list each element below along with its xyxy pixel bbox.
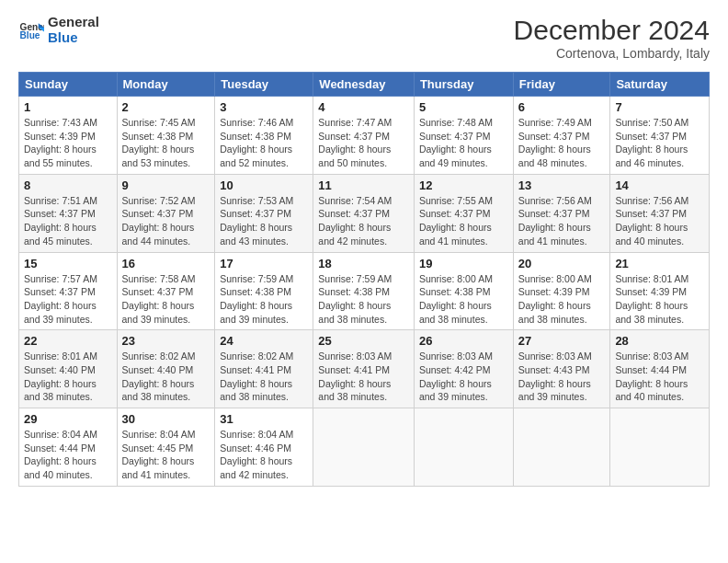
calendar-cell: 13Sunrise: 7:56 AM Sunset: 4:37 PM Dayli… xyxy=(513,174,610,252)
calendar-cell: 10Sunrise: 7:53 AM Sunset: 4:37 PM Dayli… xyxy=(215,174,313,252)
day-info: Sunrise: 8:00 AM Sunset: 4:39 PM Dayligh… xyxy=(518,272,606,327)
day-info: Sunrise: 8:01 AM Sunset: 4:40 PM Dayligh… xyxy=(24,350,112,404)
calendar-cell: 20Sunrise: 8:00 AM Sunset: 4:39 PM Dayli… xyxy=(513,252,610,330)
day-info: Sunrise: 7:59 AM Sunset: 4:38 PM Dayligh… xyxy=(318,272,409,327)
day-number: 26 xyxy=(419,334,508,348)
day-info: Sunrise: 7:53 AM Sunset: 4:37 PM Dayligh… xyxy=(220,194,308,248)
svg-text:Blue: Blue xyxy=(20,30,40,40)
day-number: 14 xyxy=(615,178,704,192)
day-info: Sunrise: 7:49 AM Sunset: 4:37 PM Dayligh… xyxy=(518,116,606,170)
calendar-cell: 26Sunrise: 8:03 AM Sunset: 4:42 PM Dayli… xyxy=(414,330,513,408)
calendar-cell: 30Sunrise: 8:04 AM Sunset: 4:45 PM Dayli… xyxy=(117,408,215,487)
title-block: December 2024 Cortenova, Lombardy, Italy xyxy=(514,15,710,61)
day-info: Sunrise: 8:02 AM Sunset: 4:41 PM Dayligh… xyxy=(220,350,308,404)
day-info: Sunrise: 8:03 AM Sunset: 4:44 PM Dayligh… xyxy=(615,350,704,404)
day-info: Sunrise: 7:52 AM Sunset: 4:37 PM Dayligh… xyxy=(122,194,210,248)
week-row-3: 15Sunrise: 7:57 AM Sunset: 4:37 PM Dayli… xyxy=(19,252,710,330)
day-info: Sunrise: 7:56 AM Sunset: 4:37 PM Dayligh… xyxy=(615,194,704,248)
calendar-cell: 18Sunrise: 7:59 AM Sunset: 4:38 PM Dayli… xyxy=(313,252,415,330)
col-monday: Monday xyxy=(117,73,215,97)
day-info: Sunrise: 8:04 AM Sunset: 4:44 PM Dayligh… xyxy=(24,428,112,482)
day-info: Sunrise: 8:04 AM Sunset: 4:45 PM Dayligh… xyxy=(122,428,210,482)
week-row-1: 1Sunrise: 7:43 AM Sunset: 4:39 PM Daylig… xyxy=(19,97,710,175)
calendar-cell: 19Sunrise: 8:00 AM Sunset: 4:38 PM Dayli… xyxy=(414,252,513,330)
calendar-cell: 23Sunrise: 8:02 AM Sunset: 4:40 PM Dayli… xyxy=(117,330,215,408)
week-row-4: 22Sunrise: 8:01 AM Sunset: 4:40 PM Dayli… xyxy=(19,330,710,408)
day-number: 28 xyxy=(615,334,704,348)
calendar-page: General Blue General Blue December 2024 … xyxy=(0,0,728,563)
day-info: Sunrise: 7:54 AM Sunset: 4:37 PM Dayligh… xyxy=(318,194,409,248)
calendar-cell: 6Sunrise: 7:49 AM Sunset: 4:37 PM Daylig… xyxy=(513,97,610,175)
day-info: Sunrise: 7:58 AM Sunset: 4:37 PM Dayligh… xyxy=(122,272,210,327)
calendar-cell: 17Sunrise: 7:59 AM Sunset: 4:38 PM Dayli… xyxy=(215,252,313,330)
col-saturday: Saturday xyxy=(610,73,710,97)
calendar-body: 1Sunrise: 7:43 AM Sunset: 4:39 PM Daylig… xyxy=(19,97,710,487)
day-info: Sunrise: 7:48 AM Sunset: 4:37 PM Dayligh… xyxy=(419,116,508,170)
day-number: 3 xyxy=(220,100,308,114)
day-info: Sunrise: 7:59 AM Sunset: 4:38 PM Dayligh… xyxy=(220,272,308,327)
calendar-cell: 24Sunrise: 8:02 AM Sunset: 4:41 PM Dayli… xyxy=(215,330,313,408)
day-number: 1 xyxy=(24,100,112,114)
month-year: December 2024 xyxy=(514,15,710,46)
day-number: 9 xyxy=(122,178,210,192)
day-number: 31 xyxy=(220,412,308,426)
day-number: 18 xyxy=(318,257,409,270)
col-wednesday: Wednesday xyxy=(313,73,415,97)
logo-blue: Blue xyxy=(48,30,99,46)
calendar-cell xyxy=(513,408,610,487)
col-friday: Friday xyxy=(513,73,610,97)
calendar-cell: 11Sunrise: 7:54 AM Sunset: 4:37 PM Dayli… xyxy=(313,174,415,252)
col-sunday: Sunday xyxy=(19,73,118,97)
calendar-cell xyxy=(313,408,415,487)
calendar-cell: 12Sunrise: 7:55 AM Sunset: 4:37 PM Dayli… xyxy=(414,174,513,252)
day-info: Sunrise: 8:00 AM Sunset: 4:38 PM Dayligh… xyxy=(419,272,508,327)
day-info: Sunrise: 7:45 AM Sunset: 4:38 PM Dayligh… xyxy=(122,116,210,170)
day-info: Sunrise: 8:03 AM Sunset: 4:43 PM Dayligh… xyxy=(518,350,606,404)
weekday-header-row: Sunday Monday Tuesday Wednesday Thursday… xyxy=(19,73,710,97)
calendar-cell xyxy=(610,408,710,487)
day-number: 21 xyxy=(615,257,704,270)
day-number: 2 xyxy=(122,100,210,114)
day-number: 23 xyxy=(122,334,210,348)
calendar-cell: 15Sunrise: 7:57 AM Sunset: 4:37 PM Dayli… xyxy=(19,252,118,330)
day-number: 19 xyxy=(419,257,508,270)
day-info: Sunrise: 7:46 AM Sunset: 4:38 PM Dayligh… xyxy=(220,116,308,170)
week-row-2: 8Sunrise: 7:51 AM Sunset: 4:37 PM Daylig… xyxy=(19,174,710,252)
day-number: 13 xyxy=(518,178,606,192)
calendar-cell: 28Sunrise: 8:03 AM Sunset: 4:44 PM Dayli… xyxy=(610,330,710,408)
day-info: Sunrise: 7:51 AM Sunset: 4:37 PM Dayligh… xyxy=(24,194,112,248)
calendar-cell: 1Sunrise: 7:43 AM Sunset: 4:39 PM Daylig… xyxy=(19,97,118,175)
day-info: Sunrise: 8:03 AM Sunset: 4:41 PM Dayligh… xyxy=(318,350,409,404)
calendar-cell: 29Sunrise: 8:04 AM Sunset: 4:44 PM Dayli… xyxy=(19,408,118,487)
day-number: 12 xyxy=(419,178,508,192)
day-info: Sunrise: 8:02 AM Sunset: 4:40 PM Dayligh… xyxy=(122,350,210,404)
day-number: 11 xyxy=(318,178,409,192)
day-number: 25 xyxy=(318,334,409,348)
day-number: 7 xyxy=(615,100,704,114)
day-info: Sunrise: 8:01 AM Sunset: 4:39 PM Dayligh… xyxy=(615,272,704,327)
day-number: 16 xyxy=(122,257,210,270)
day-number: 30 xyxy=(122,412,210,426)
header: General Blue General Blue December 2024 … xyxy=(18,15,710,61)
day-info: Sunrise: 7:57 AM Sunset: 4:37 PM Dayligh… xyxy=(24,272,112,327)
day-info: Sunrise: 8:03 AM Sunset: 4:42 PM Dayligh… xyxy=(419,350,508,404)
calendar-cell: 25Sunrise: 8:03 AM Sunset: 4:41 PM Dayli… xyxy=(313,330,415,408)
calendar-cell: 27Sunrise: 8:03 AM Sunset: 4:43 PM Dayli… xyxy=(513,330,610,408)
day-info: Sunrise: 7:56 AM Sunset: 4:37 PM Dayligh… xyxy=(518,194,606,248)
calendar-cell: 9Sunrise: 7:52 AM Sunset: 4:37 PM Daylig… xyxy=(117,174,215,252)
calendar-cell: 31Sunrise: 8:04 AM Sunset: 4:46 PM Dayli… xyxy=(215,408,313,487)
day-number: 24 xyxy=(220,334,308,348)
day-number: 20 xyxy=(518,257,606,270)
day-info: Sunrise: 8:04 AM Sunset: 4:46 PM Dayligh… xyxy=(220,428,308,482)
day-info: Sunrise: 7:47 AM Sunset: 4:37 PM Dayligh… xyxy=(318,116,409,170)
day-number: 15 xyxy=(24,257,112,270)
calendar-cell: 14Sunrise: 7:56 AM Sunset: 4:37 PM Dayli… xyxy=(610,174,710,252)
calendar-header: Sunday Monday Tuesday Wednesday Thursday… xyxy=(19,73,710,97)
day-number: 10 xyxy=(220,178,308,192)
calendar-cell xyxy=(414,408,513,487)
logo: General Blue General Blue xyxy=(18,15,99,45)
day-info: Sunrise: 7:43 AM Sunset: 4:39 PM Dayligh… xyxy=(24,116,112,170)
calendar-cell: 21Sunrise: 8:01 AM Sunset: 4:39 PM Dayli… xyxy=(610,252,710,330)
day-number: 6 xyxy=(518,100,606,114)
col-tuesday: Tuesday xyxy=(215,73,313,97)
